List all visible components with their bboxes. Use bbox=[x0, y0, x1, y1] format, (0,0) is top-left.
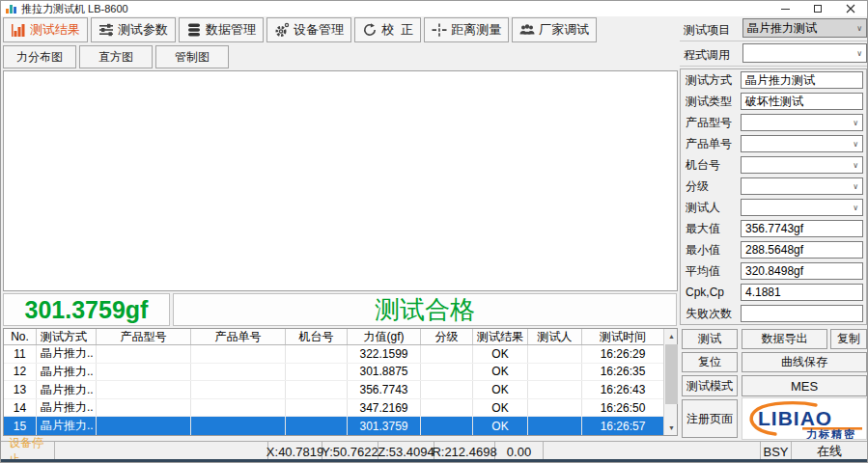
cell-grade bbox=[421, 417, 473, 435]
status-extra-value: 0.00 bbox=[495, 442, 544, 461]
program-call-label: 程式调用 bbox=[684, 47, 730, 64]
col-header: 机台号 bbox=[286, 329, 348, 344]
maximize-button[interactable] bbox=[801, 1, 834, 16]
max-value-input[interactable]: 356.7743gf bbox=[741, 220, 863, 237]
test-project-dropdown[interactable]: 晶片推力测试 ∨ bbox=[742, 18, 867, 38]
table-scrollbar[interactable]: ▲ ▼ bbox=[663, 329, 677, 435]
copy-button[interactable]: 复制 bbox=[830, 329, 867, 349]
tab-force-distribution[interactable]: 力分布图 bbox=[3, 45, 76, 68]
product-model-dropdown[interactable]: ∨ bbox=[741, 114, 863, 131]
field-row: Cpk,Cp 4.1881 bbox=[681, 282, 866, 303]
toolbar-button-distance-measure[interactable]: 距离测量 bbox=[424, 17, 509, 42]
test-mode-button[interactable]: 测试模式 bbox=[682, 375, 738, 396]
col-header: 力值(gf) bbox=[348, 329, 421, 344]
tab-histogram[interactable]: 直方图 bbox=[79, 45, 153, 68]
cell-force: 301.8875 bbox=[348, 364, 421, 381]
toolbar-button-data-management[interactable]: 数据管理 bbox=[179, 17, 264, 42]
toolbar-button-factory-debug[interactable]: 厂家调试 bbox=[512, 17, 597, 42]
scroll-down-icon[interactable]: ▼ bbox=[664, 421, 679, 435]
col-header: 分级 bbox=[421, 329, 473, 344]
field-row: 测试方式 晶片推力测试 bbox=[681, 69, 866, 91]
close-icon bbox=[846, 4, 855, 14]
calibrate-refresh-icon bbox=[362, 22, 378, 38]
test-info-panel: 测试方式 晶片推力测试 测试类型 破坏性测试 产品型号 ∨ 产品单号 ∨ 机台号… bbox=[680, 68, 867, 325]
curve-save-button[interactable]: 曲线保存 bbox=[742, 352, 867, 372]
database-icon bbox=[186, 22, 202, 38]
product-order-dropdown[interactable]: ∨ bbox=[741, 135, 863, 152]
test-method-input[interactable]: 晶片推力测试 bbox=[741, 71, 863, 89]
cell-grade bbox=[421, 399, 473, 417]
field-value: 288.5648gf bbox=[745, 243, 803, 257]
cell-result: OK bbox=[473, 364, 528, 381]
col-header: No. bbox=[4, 329, 37, 344]
cell-machine bbox=[286, 364, 348, 381]
register-page-button[interactable]: 注册页面 bbox=[682, 399, 738, 438]
field-label: 产品单号 bbox=[681, 136, 741, 152]
status-spacer bbox=[544, 442, 761, 461]
cell-grade bbox=[421, 381, 473, 398]
test-project-label: 测试项目 bbox=[684, 22, 730, 39]
table-row-selected[interactable]: 15 晶片推力.. 301.3759 OK 16:26:57 bbox=[4, 417, 663, 435]
table-row[interactable]: 12 晶片推力.. 301.8875 OK 16:26:35 bbox=[4, 364, 663, 382]
chevron-down-icon: ∨ bbox=[853, 182, 862, 191]
tab-label: 力分布图 bbox=[16, 49, 63, 66]
cell-machine bbox=[286, 381, 348, 398]
cell-method: 晶片推力.. bbox=[37, 381, 97, 398]
mes-button[interactable]: MES bbox=[742, 375, 867, 396]
table-row[interactable]: 11 晶片推力.. 322.1599 OK 16:26:29 bbox=[4, 345, 663, 364]
users-icon bbox=[519, 22, 535, 38]
tester-dropdown[interactable]: ∨ bbox=[741, 199, 863, 216]
data-export-button[interactable]: 数据导出 bbox=[742, 329, 827, 349]
close-button[interactable] bbox=[834, 1, 867, 16]
toolbar-label: 设备管理 bbox=[294, 21, 344, 39]
grade-dropdown[interactable]: ∨ bbox=[741, 177, 863, 195]
field-label: 测试人 bbox=[681, 200, 741, 216]
field-label: 测试类型 bbox=[681, 94, 741, 110]
bar-chart-icon bbox=[11, 22, 26, 38]
cell-time: 16:26:43 bbox=[582, 381, 663, 398]
status-bar: 设备停止 X:40.7819 Y:50.7622 Z:53.4094 R:212… bbox=[1, 441, 868, 461]
toolbar-button-test-results[interactable]: 测试结果 bbox=[3, 17, 88, 42]
device-status: 设备停止 bbox=[1, 442, 55, 461]
machine-no-dropdown[interactable]: ∨ bbox=[741, 156, 863, 174]
scroll-up-icon[interactable]: ▲ bbox=[664, 329, 679, 343]
chevron-down-icon: ∨ bbox=[856, 24, 866, 33]
cell-model bbox=[97, 417, 191, 435]
cell-result: OK bbox=[473, 399, 528, 417]
toolbar-button-test-params[interactable]: 测试参数 bbox=[91, 17, 176, 42]
field-label: 失败次数 bbox=[681, 306, 741, 322]
test-type-input[interactable]: 破坏性测试 bbox=[741, 93, 863, 110]
cell-no: 14 bbox=[4, 399, 37, 417]
results-table: No. 测试方式 产品型号 产品单号 机台号 力值(gf) 分级 测试结果 测试… bbox=[3, 328, 678, 436]
force-value-display: 301.3759gf bbox=[3, 293, 170, 326]
gear-icon bbox=[274, 22, 290, 38]
table-row[interactable]: 13 晶片推力.. 356.7743 OK 16:26:43 bbox=[4, 381, 663, 399]
caliper-icon bbox=[432, 22, 447, 38]
minimize-button[interactable] bbox=[769, 1, 801, 16]
tab-control-chart[interactable]: 管制图 bbox=[155, 45, 229, 68]
reset-button[interactable]: 复位 bbox=[682, 352, 738, 372]
table-row[interactable]: 14 晶片推力.. 347.2169 OK 16:26:50 bbox=[4, 399, 663, 418]
cell-method: 晶片推力.. bbox=[37, 399, 97, 417]
fail-count-input[interactable] bbox=[741, 305, 863, 322]
col-header: 产品型号 bbox=[97, 329, 191, 344]
field-label: 测试方式 bbox=[681, 72, 741, 89]
scrollbar-thumb[interactable] bbox=[665, 344, 678, 404]
field-label: 最小值 bbox=[681, 242, 741, 259]
busy-indicator: BSY bbox=[761, 442, 792, 461]
cell-no: 12 bbox=[4, 364, 37, 381]
program-call-dropdown[interactable]: ∨ bbox=[742, 43, 867, 63]
avg-value-input[interactable]: 320.8498gf bbox=[741, 262, 863, 280]
libiao-logo-icon: LIBIAO 力标精密 bbox=[742, 398, 866, 439]
chevron-down-icon: ∨ bbox=[856, 49, 866, 58]
toolbar-button-calibration[interactable]: 校 正 bbox=[354, 17, 421, 42]
window-title: 推拉力测试机 LB-8600 bbox=[21, 2, 128, 16]
toolbar-button-device-management[interactable]: 设备管理 bbox=[266, 17, 351, 42]
field-row: 最大值 356.7743gf bbox=[681, 218, 866, 239]
cpk-cp-input[interactable]: 4.1881 bbox=[741, 284, 863, 301]
field-row: 测试类型 破坏性测试 bbox=[681, 91, 866, 112]
minimize-icon bbox=[781, 9, 790, 10]
min-value-input[interactable]: 288.5648gf bbox=[741, 241, 863, 259]
field-row: 产品单号 ∨ bbox=[681, 133, 866, 154]
test-button[interactable]: 测试 bbox=[682, 329, 738, 349]
